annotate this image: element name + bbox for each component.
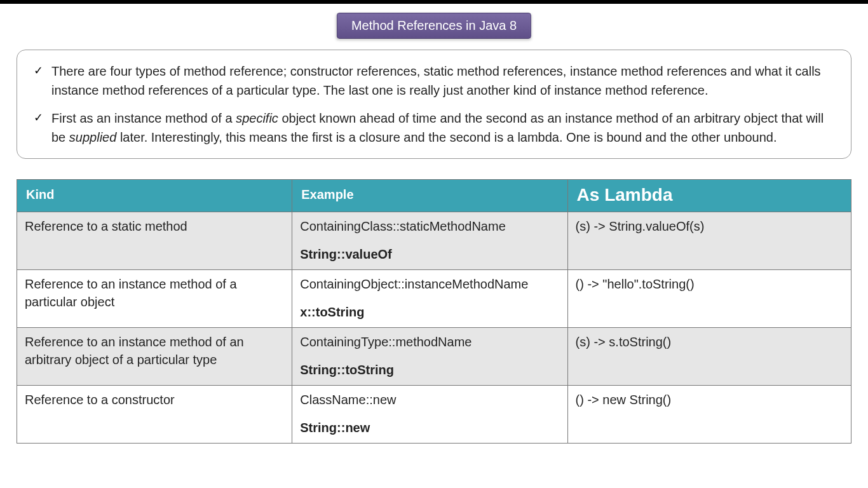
example-main: ContainingObject::instanceMethodName xyxy=(300,275,559,293)
slide-title: Method References in Java 8 xyxy=(351,18,517,32)
example-bold: x::toString xyxy=(300,303,559,321)
bullet-em-1: specific xyxy=(236,111,278,125)
example-main: ClassName::new xyxy=(300,391,559,409)
bullet-text-pre: First as an instance method of a xyxy=(51,111,236,125)
table-header-row: Kind Example As Lambda xyxy=(17,180,851,212)
example-main: ContainingClass::staticMethodName xyxy=(300,217,559,235)
cell-example: ContainingObject::instanceMethodName x::… xyxy=(292,270,567,328)
example-bold: String::new xyxy=(300,419,559,437)
col-header-lambda: As Lambda xyxy=(567,180,851,212)
example-bold: String::toString xyxy=(300,361,559,379)
slide-title-badge: Method References in Java 8 xyxy=(337,13,531,39)
cell-kind: Reference to an instance method of a par… xyxy=(17,270,292,328)
cell-kind: Reference to an instance method of an ar… xyxy=(17,328,292,386)
cell-lambda: () -> new String() xyxy=(567,386,851,444)
intro-bullet-2: First as an instance method of a specifi… xyxy=(34,109,837,147)
intro-bullet-1: There are four types of method reference… xyxy=(34,62,837,100)
cell-example: ContainingType::methodName String::toStr… xyxy=(292,328,567,386)
intro-bullet-list: There are four types of method reference… xyxy=(34,62,837,147)
table-row: Reference to a static method ContainingC… xyxy=(17,212,851,270)
bullet-text: There are four types of method reference… xyxy=(51,64,821,97)
method-reference-table: Kind Example As Lambda Reference to a st… xyxy=(17,179,851,444)
bullet-text-post: later. Interestingly, this means the fir… xyxy=(116,130,776,144)
table-row: Reference to an instance method of an ar… xyxy=(17,328,851,386)
col-header-example: Example xyxy=(292,180,567,212)
example-main: ContainingType::methodName xyxy=(300,333,559,351)
table-row: Reference to an instance method of a par… xyxy=(17,270,851,328)
col-header-kind: Kind xyxy=(17,180,292,212)
cell-example: ContainingClass::staticMethodName String… xyxy=(292,212,567,270)
intro-callout: There are four types of method reference… xyxy=(17,50,851,159)
cell-kind: Reference to a static method xyxy=(17,212,292,270)
cell-lambda: () -> "hello".toString() xyxy=(567,270,851,328)
cell-kind: Reference to a constructor xyxy=(17,386,292,444)
table-row: Reference to a constructor ClassName::ne… xyxy=(17,386,851,444)
example-bold: String::valueOf xyxy=(300,245,559,263)
cell-example: ClassName::new String::new xyxy=(292,386,567,444)
cell-lambda: (s) -> String.valueOf(s) xyxy=(567,212,851,270)
cell-lambda: (s) -> s.toString() xyxy=(567,328,851,386)
bullet-em-2: supplied xyxy=(69,130,117,144)
